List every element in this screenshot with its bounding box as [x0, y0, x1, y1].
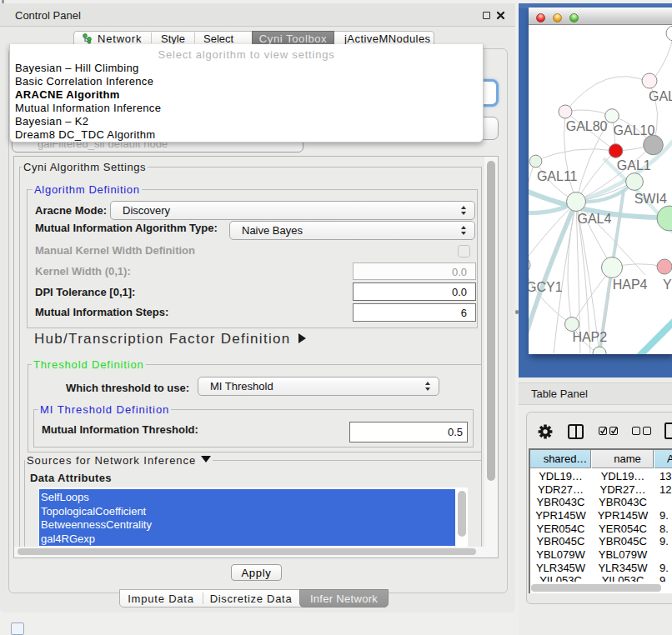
- svg-text:GAL2: GAL2: [649, 89, 672, 103]
- svg-text:HAP2: HAP2: [572, 330, 607, 344]
- svg-text:GAL4: GAL4: [578, 212, 612, 226]
- svg-text:GAL1: GAL1: [617, 158, 651, 172]
- svg-text:HAP4: HAP4: [613, 278, 648, 292]
- svg-text:GCY1: GCY1: [529, 280, 563, 294]
- svg-text:SWI4: SWI4: [634, 192, 667, 206]
- svg-text:GAL80: GAL80: [566, 119, 608, 133]
- svg-text:YM: YM: [663, 278, 672, 292]
- svg-text:GAL11: GAL11: [537, 169, 578, 183]
- svg-text:GAL10: GAL10: [614, 123, 655, 138]
